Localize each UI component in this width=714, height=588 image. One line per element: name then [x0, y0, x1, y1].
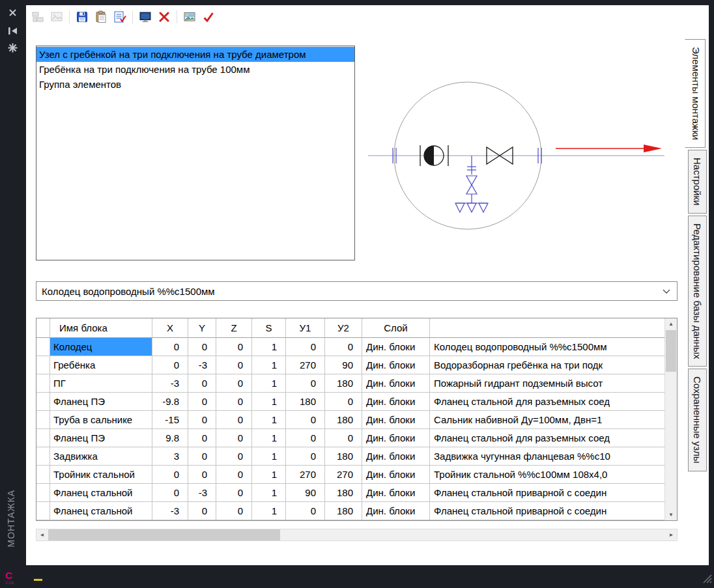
cell-y[interactable]: 0: [188, 447, 216, 466]
cell-layer[interactable]: Дин. блоки: [362, 374, 430, 393]
table-row[interactable]: Гребёнка 0 -3 0 1 270 90 Дин. блоки Водо…: [36, 356, 664, 374]
column-header[interactable]: [430, 318, 664, 338]
vertical-scrollbar[interactable]: [664, 318, 677, 520]
cell-block-name[interactable]: Фланец ПЭ: [50, 429, 152, 447]
cell-description[interactable]: Фланец стальной приварной с соедин: [430, 502, 664, 520]
cell-x[interactable]: 9.8: [152, 429, 188, 447]
row-header-cell[interactable]: [36, 429, 50, 447]
cell-u2[interactable]: 0: [325, 338, 362, 356]
cell-block-name[interactable]: Гребёнка: [50, 356, 152, 374]
column-header[interactable]: У2: [325, 318, 362, 338]
cell-s[interactable]: 1: [252, 374, 286, 393]
table-row[interactable]: Фланец стальной -3 0 0 1 0 180 Дин. блок…: [36, 502, 664, 520]
column-header[interactable]: Z: [216, 318, 252, 338]
list-item[interactable]: Узел с гребёнкой на три подключения на т…: [36, 47, 354, 62]
cell-z[interactable]: 0: [216, 356, 252, 374]
cell-u1[interactable]: 0: [286, 447, 325, 466]
cell-block-name[interactable]: Задвижка: [50, 447, 152, 466]
screen-button[interactable]: [137, 9, 153, 25]
cell-z[interactable]: 0: [216, 502, 252, 520]
cell-x[interactable]: 0: [152, 338, 188, 356]
table-row[interactable]: Задвижка 3 0 0 1 0 180 Дин. блоки Задвиж…: [36, 447, 664, 466]
side-tab[interactable]: Сохраненные узлы: [688, 369, 707, 471]
horizontal-scrollbar[interactable]: [36, 529, 678, 541]
cell-z[interactable]: 0: [216, 429, 252, 447]
node-listbox[interactable]: Узел с гребёнкой на три подключения на т…: [36, 46, 355, 260]
cell-s[interactable]: 1: [252, 484, 286, 502]
block-combobox[interactable]: Колодец водопроводный %%с1500мм: [36, 281, 678, 301]
cell-block-name[interactable]: Колодец: [50, 338, 152, 356]
cell-description[interactable]: Сальник набивной Ду=100мм, Двн=1: [430, 411, 664, 429]
column-header[interactable]: Y: [188, 318, 216, 338]
cell-s[interactable]: 1: [252, 411, 286, 429]
add-image-button[interactable]: [49, 9, 64, 25]
apply-button[interactable]: [201, 9, 216, 25]
cell-u1[interactable]: 0: [286, 374, 325, 393]
resize-grip[interactable]: [702, 573, 712, 586]
cell-layer[interactable]: Дин. блоки: [362, 356, 430, 374]
row-header-cell[interactable]: [36, 393, 50, 411]
cell-y[interactable]: 0: [188, 393, 216, 411]
column-header[interactable]: [36, 318, 50, 338]
side-tab[interactable]: Элементы монтажки: [685, 39, 706, 148]
cell-u2[interactable]: 270: [325, 466, 362, 484]
cell-u2[interactable]: 180: [325, 502, 362, 520]
cell-z[interactable]: 0: [216, 447, 252, 466]
cell-s[interactable]: 1: [252, 393, 286, 411]
cell-u2[interactable]: 90: [325, 356, 362, 374]
cell-y[interactable]: -3: [188, 356, 216, 374]
vertical-scroll-thumb[interactable]: [666, 330, 676, 372]
cell-description[interactable]: Фланец стальной для разъемных соед: [430, 393, 664, 411]
table-row[interactable]: Колодец 0 0 0 1 0 0 Дин. блоки Колодец в…: [36, 338, 664, 356]
cell-block-name[interactable]: Тройник стальной: [50, 466, 152, 484]
cell-x[interactable]: -3: [152, 502, 188, 520]
cell-layer[interactable]: Дин. блоки: [362, 484, 430, 502]
cell-y[interactable]: 0: [188, 411, 216, 429]
cell-description[interactable]: Пожарный гидрант подземный высот: [430, 374, 664, 393]
cell-description[interactable]: Тройник стальной %%с100мм 108x4,0: [430, 466, 664, 484]
cell-block-name[interactable]: ПГ: [50, 374, 152, 393]
cell-s[interactable]: 1: [252, 447, 286, 466]
cell-s[interactable]: 1: [252, 356, 286, 374]
edit-list-button[interactable]: [112, 9, 128, 25]
cell-layer[interactable]: Дин. блоки: [362, 393, 430, 411]
scroll-left-button[interactable]: [36, 529, 48, 540]
cell-u2[interactable]: 180: [325, 447, 362, 466]
cell-s[interactable]: 1: [252, 429, 286, 447]
column-header[interactable]: Слой: [362, 318, 430, 338]
cell-y[interactable]: 0: [188, 429, 216, 447]
cell-z[interactable]: 0: [216, 484, 252, 502]
table-row[interactable]: Труба в сальнике -15 0 0 1 0 180 Дин. бл…: [36, 411, 664, 429]
table-row[interactable]: Фланец стальной 0 -3 0 1 90 180 Дин. бло…: [36, 484, 664, 502]
side-tab[interactable]: Редактирование базы данных: [688, 216, 707, 367]
cell-z[interactable]: 0: [216, 466, 252, 484]
table-row[interactable]: Тройник стальной 0 0 0 1 270 270 Дин. бл…: [36, 466, 664, 484]
scroll-up-button[interactable]: [665, 318, 677, 329]
paste-button[interactable]: [93, 9, 109, 25]
cell-layer[interactable]: Дин. блоки: [362, 429, 430, 447]
cell-description[interactable]: Фланец стальной для разъемных соед: [430, 429, 664, 447]
cell-x[interactable]: -9.8: [152, 393, 188, 411]
cell-x[interactable]: 3: [152, 447, 188, 466]
cell-u2[interactable]: 180: [325, 411, 362, 429]
cell-layer[interactable]: Дин. блоки: [362, 502, 430, 520]
row-header-cell[interactable]: [36, 466, 50, 484]
scroll-right-button[interactable]: [666, 529, 677, 540]
cell-u1[interactable]: 90: [286, 484, 325, 502]
column-header[interactable]: У1: [286, 318, 325, 338]
cell-s[interactable]: 1: [252, 466, 286, 484]
cell-layer[interactable]: Дин. блоки: [362, 338, 430, 356]
cell-u1[interactable]: 180: [286, 393, 325, 411]
cell-u1[interactable]: 270: [286, 466, 325, 484]
column-header[interactable]: X: [152, 318, 188, 338]
column-header[interactable]: S: [252, 318, 286, 338]
cell-block-name[interactable]: Фланец ПЭ: [50, 393, 152, 411]
list-item[interactable]: Гребёнка на три подключения на трубе 100…: [36, 62, 354, 77]
cell-y[interactable]: 0: [188, 466, 216, 484]
row-header-cell[interactable]: [36, 356, 50, 374]
cell-block-name[interactable]: Фланец стальной: [50, 484, 152, 502]
cell-x[interactable]: -3: [152, 374, 188, 393]
cell-u2[interactable]: 0: [325, 429, 362, 447]
cell-x[interactable]: 0: [152, 356, 188, 374]
cell-u2[interactable]: 180: [325, 484, 362, 502]
